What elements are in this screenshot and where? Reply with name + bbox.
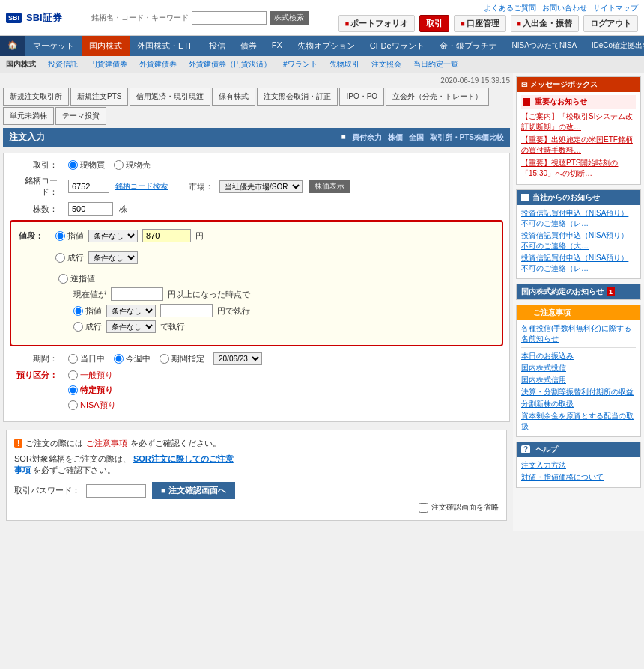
nav-fx[interactable]: FX <box>264 36 290 56</box>
display-price-button[interactable]: 株価表示 <box>309 180 350 193</box>
azukari-nisa[interactable]: NISA預り <box>68 400 116 411</box>
period-date-select[interactable]: 20/06/23 <box>213 352 262 365</box>
torihiki-radio-uru[interactable] <box>114 160 124 170</box>
sashine-condition-select[interactable]: 条件なし <box>88 230 138 242</box>
confirm-button[interactable]: ■ 注文確認画面へ <box>152 482 235 499</box>
tab-theme[interactable]: テーマ投資 <box>55 107 106 125</box>
help-link-0[interactable]: 注文入力方法 <box>521 460 636 471</box>
caution-link-settlement[interactable]: 決算・分割等振替利付期所の収益 <box>521 387 636 397</box>
link-kaifu[interactable]: 買付余力 <box>352 132 382 143</box>
msg-link-0[interactable]: 【ご案内】「松取引SIシステム改訂切断期」の改… <box>521 112 636 132</box>
caution-link-margin[interactable]: 国内株式信用 <box>521 375 636 385</box>
stop-exec-nariyuki[interactable]: 成行 <box>73 321 102 332</box>
caution-link-toshin[interactable]: 国内株式投信 <box>521 363 636 373</box>
tab-ipo[interactable]: IPO・PO <box>339 88 384 106</box>
caution-link-0[interactable]: 各種投信(手数料無料化)に際する名前知らせ <box>521 323 636 344</box>
link-zenkoku[interactable]: 全国 <box>409 132 424 143</box>
period-radio-specified[interactable] <box>160 354 169 364</box>
market-select[interactable]: 当社優先市場/SOR <box>219 180 303 193</box>
password-input[interactable] <box>86 484 146 498</box>
stop-sashine-label[interactable]: 逆指値 <box>58 273 250 284</box>
portfolio-button[interactable]: ■ ポートフォリオ <box>338 15 415 32</box>
tab-new-order-exchange[interactable]: 新規注文取引所 <box>3 88 69 106</box>
company-news-link-1[interactable]: 投資信記買付申込（NISA預り）不可のご連絡（大… <box>521 230 636 251</box>
stock-search-button[interactable]: 株式検索 <box>270 11 309 25</box>
torihiki-button[interactable]: 取引 <box>419 15 449 32</box>
period-radio-thisweek[interactable] <box>114 354 124 364</box>
azukari-radio-general[interactable] <box>68 370 78 380</box>
stop-sashine-condition-select[interactable]: 条件なし <box>106 305 156 317</box>
company-news-link-2[interactable]: 投資信記買付申込（NISA預り）不可のご連絡（レ… <box>521 253 636 274</box>
nav-toshin[interactable]: 投信 <box>201 36 233 56</box>
period-today[interactable]: 当日中 <box>68 353 105 364</box>
price-radio-sashine[interactable] <box>55 231 65 241</box>
logout-button[interactable]: ログアウト <box>583 15 638 32</box>
sub-nav-yen-bond[interactable]: 円貨建債券 <box>87 58 130 71</box>
tab-margin-return[interactable]: 信用返済・現引現渡 <box>130 88 210 106</box>
nav-sakimono[interactable]: 先物オプション <box>290 36 362 56</box>
nav-ideco[interactable]: iDeCo確定拠出年金 <box>584 36 644 56</box>
nav-gold[interactable]: 金・銀プラチナ <box>432 36 505 56</box>
nav-nisa[interactable]: NISAつみたてNISA <box>505 36 585 56</box>
price-radio-stop[interactable] <box>58 274 68 284</box>
notice-link1[interactable]: ご注意事項 <box>86 438 127 449</box>
omit-check[interactable]: 注文確認画面を省略 <box>419 502 499 513</box>
code-search-link[interactable]: 銘柄コード検索 <box>115 181 168 192</box>
nav-market[interactable]: マーケット <box>25 36 82 56</box>
caution-link-split[interactable]: 分割新株の取扱 <box>521 399 636 409</box>
company-news-link-0[interactable]: 投資信記買付申込（NISA預り）不可のご連絡（レ… <box>521 208 636 229</box>
stop-nariyuki-condition-select[interactable]: 条件なし <box>106 320 156 333</box>
tab-tachiai[interactable]: 立会外（分売・トレード） <box>386 88 489 106</box>
tab-tanmatsu[interactable]: 単元未満株 <box>3 107 54 125</box>
price-radio-nariyuki[interactable] <box>55 253 65 263</box>
azukari-radio-specific[interactable] <box>68 385 78 395</box>
tab-order-inquiry[interactable]: 注文照会取消・訂正 <box>257 88 338 106</box>
nariyuki-label[interactable]: 成行 <box>55 252 84 263</box>
sub-nav-futures[interactable]: 先物取引 <box>326 58 362 71</box>
help-link-1[interactable]: 対値・指値価格について <box>521 472 636 483</box>
sashine-label[interactable]: 指値 <box>55 230 84 242</box>
stock-code-input[interactable] <box>68 180 109 193</box>
sub-nav-foreign-bond-yen[interactable]: 外貨建債券（円貨決済） <box>186 58 274 71</box>
nav-cfd[interactable]: CFDeワラント <box>362 36 432 56</box>
koza-button[interactable]: ■ 口座管理 <box>454 15 505 32</box>
site-link-faq[interactable]: よくあるご質問 <box>484 3 536 13</box>
sub-nav-warrant[interactable]: #ワラント <box>280 58 321 71</box>
sashine-price-input[interactable] <box>142 229 191 242</box>
stop-radio-nariyuki[interactable] <box>73 322 83 332</box>
site-link-contact[interactable]: お問い合わせ <box>542 3 587 13</box>
stock-search-input[interactable] <box>192 11 267 25</box>
azukari-specific[interactable]: 特定預り <box>68 385 116 396</box>
sub-nav-today-execution[interactable]: 当日約定一覧 <box>410 58 461 71</box>
stop-trigger-input[interactable] <box>111 287 163 301</box>
nariyuki-condition-select[interactable]: 条件なし <box>88 251 138 264</box>
torihiki-genbutsu-uru[interactable]: 現物売 <box>114 159 151 171</box>
site-link-sitemap[interactable]: サイトマップ <box>593 3 638 13</box>
msg-link-1[interactable]: 【重要】出処施定の米国ETF銘柄の買付時手数料… <box>521 135 636 156</box>
caution-link-capital[interactable]: 資本剰余金を原資とする配当の取扱 <box>521 411 636 432</box>
period-radio-today[interactable] <box>68 354 78 364</box>
nav-home[interactable]: 🏠 <box>0 36 25 56</box>
tab-new-order-pts[interactable]: 新規注文PTS <box>70 88 128 106</box>
link-pts-compare[interactable]: 取引所・PTS株価比較 <box>430 132 504 143</box>
tab-holdings[interactable]: 保有株式 <box>212 88 255 106</box>
stop-sashine-price-input[interactable] <box>160 304 213 317</box>
azukari-radio-nisa[interactable] <box>68 400 78 410</box>
stop-exec-sashine[interactable]: 指値 <box>73 305 102 317</box>
period-specified[interactable]: 期間指定 <box>160 353 204 364</box>
torihiki-genbutsu-kau[interactable]: 現物買 <box>68 159 105 171</box>
msg-link-2[interactable]: 【重要】視聴PTS開始時刻の「15:30」への切断… <box>521 158 636 179</box>
omit-checkbox[interactable] <box>419 503 428 513</box>
nav-domestic-stock[interactable]: 国内株式 <box>82 36 130 56</box>
shares-input[interactable] <box>68 202 113 216</box>
azukari-general[interactable]: 一般預り <box>68 370 116 381</box>
nyukin-button[interactable]: ■ 入出金・振替 <box>511 15 579 32</box>
stop-radio-sashine[interactable] <box>73 306 83 316</box>
sub-nav-domestic[interactable]: 国内株式 <box>3 58 39 71</box>
sub-nav-toshin[interactable]: 投資信託 <box>45 58 81 71</box>
torihiki-radio-kau[interactable] <box>68 160 78 170</box>
caution-link-1[interactable]: 本日のお振込み <box>521 351 636 361</box>
sub-nav-order-list[interactable]: 注文照会 <box>368 58 404 71</box>
nav-foreign-stock[interactable]: 外国株式・ETF <box>130 36 201 56</box>
sub-nav-foreign-bond[interactable]: 外貨建債券 <box>136 58 180 71</box>
